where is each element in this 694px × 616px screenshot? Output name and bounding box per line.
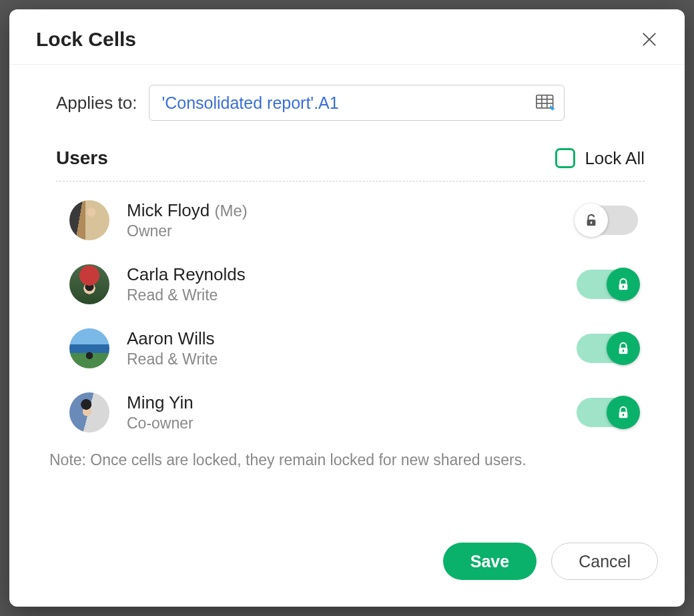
user-name: Ming Yin	[127, 392, 194, 412]
range-picker-icon[interactable]	[536, 94, 556, 111]
svg-rect-12	[623, 414, 624, 416]
save-button[interactable]: Save	[443, 543, 537, 580]
user-row: Carla Reynolds Read & Write	[56, 252, 645, 316]
users-header: Users Lock All	[56, 147, 645, 182]
user-name: Aaron Wills	[127, 328, 214, 348]
close-icon	[641, 31, 658, 48]
lock-cells-dialog: Lock Cells Applies to: U	[9, 9, 685, 607]
note-text: Note: Once cells are locked, they remain…	[49, 451, 645, 469]
checkbox-icon	[555, 148, 575, 168]
svg-rect-6	[591, 222, 592, 224]
avatar	[69, 200, 109, 240]
user-role: Owner	[127, 222, 577, 240]
dialog-header: Lock Cells	[9, 9, 685, 65]
user-info: Aaron Wills Read & Write	[127, 328, 577, 368]
lock-toggle[interactable]	[577, 334, 638, 363]
user-row: Mick Floyd (Me) Owner	[56, 188, 645, 252]
dialog-title: Lock Cells	[36, 28, 136, 51]
cancel-button[interactable]: Cancel	[551, 543, 658, 580]
lock-all-label: Lock All	[585, 148, 645, 169]
user-row: Aaron Wills Read & Write	[56, 316, 645, 380]
range-value-field[interactable]	[160, 93, 536, 113]
range-input[interactable]	[149, 85, 565, 121]
applies-to-label: Applies to:	[56, 93, 137, 113]
dialog-footer: Save Cancel	[9, 516, 685, 607]
lock-all-checkbox[interactable]: Lock All	[555, 148, 645, 169]
user-info: Mick Floyd (Me) Owner	[127, 200, 577, 240]
user-info: Carla Reynolds Read & Write	[127, 264, 577, 304]
lock-icon	[616, 277, 631, 292]
user-info: Ming Yin Co-owner	[127, 392, 577, 432]
user-name: Mick Floyd	[127, 200, 210, 220]
user-list: Mick Floyd (Me) Owner	[56, 182, 645, 444]
lock-toggle[interactable]	[577, 206, 638, 235]
user-name: Carla Reynolds	[127, 264, 246, 284]
avatar	[69, 392, 109, 432]
svg-rect-8	[623, 286, 624, 288]
user-row: Ming Yin Co-owner	[56, 380, 645, 444]
user-role: Read & Write	[127, 350, 577, 368]
lock-icon	[616, 341, 631, 356]
lock-toggle[interactable]	[577, 270, 638, 299]
unlock-icon	[584, 213, 599, 228]
users-title: Users	[56, 147, 108, 169]
applies-to-row: Applies to:	[56, 85, 645, 121]
avatar	[69, 264, 109, 304]
svg-rect-10	[623, 350, 624, 352]
user-role: Co-owner	[127, 414, 577, 432]
avatar	[69, 328, 109, 368]
lock-toggle[interactable]	[577, 398, 638, 427]
lock-icon	[616, 405, 631, 420]
me-tag: (Me)	[214, 202, 247, 220]
close-button[interactable]	[641, 31, 658, 48]
user-role: Read & Write	[127, 286, 577, 304]
